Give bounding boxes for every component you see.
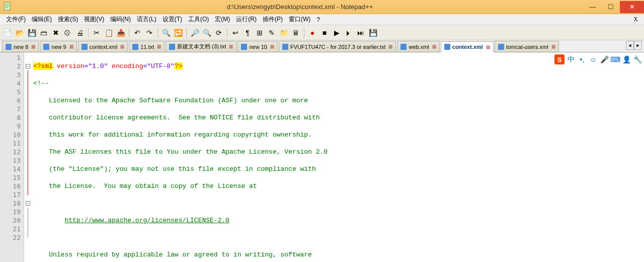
tab-new-8[interactable]: new 8⊠ [2, 41, 39, 52]
ime-toolbar: S 中 •, ☺ 🎤 ⌨ 👤 🔧 [554, 54, 642, 64]
tab-close-icon[interactable]: ⊠ [432, 44, 436, 49]
close-button[interactable]: ✕ [620, 1, 644, 13]
tab-newdoc-txt[interactable]: 新建文本文档 (3).txt⊠ [166, 41, 236, 52]
fold-column: − − [24, 52, 31, 262]
print-icon[interactable]: 🖨 [74, 27, 86, 38]
minimize-button[interactable]: — [584, 1, 602, 13]
tab-new-9[interactable]: new 9⊠ [40, 41, 76, 52]
macro-run-icon[interactable]: ⏵ [343, 27, 354, 38]
redo-icon[interactable]: ↷ [144, 27, 155, 38]
tab-context-active[interactable]: context.xml⊠ [441, 41, 494, 52]
macro-play-icon[interactable]: ▶ [331, 27, 342, 38]
show-all-icon[interactable]: ¶ [242, 27, 253, 38]
undo-icon[interactable]: ↶ [132, 27, 143, 38]
open-file-icon[interactable]: 📂 [14, 27, 25, 38]
doc-icon [132, 44, 138, 50]
tab-scroll-left-button[interactable]: ◄ [626, 41, 634, 50]
paste-icon[interactable]: 📥 [115, 27, 126, 38]
zoom-in-icon[interactable]: 🔎 [189, 27, 200, 38]
tab-tomcat-users[interactable]: tomcat-users.xml⊠ [495, 41, 559, 52]
tab-close-icon[interactable]: ⊠ [388, 44, 392, 49]
fold-toggle-icon[interactable]: − [26, 64, 30, 69]
keyboard-icon[interactable]: ⌨ [611, 55, 620, 64]
menu-macro[interactable]: 宏(M) [212, 14, 233, 25]
cn-input-icon[interactable]: 中 [567, 55, 576, 64]
lang-icon[interactable]: ✎ [266, 27, 277, 38]
document-tabs: new 8⊠ new 9⊠ context.xml⊠ 11.txt⊠ 新建文本文… [0, 40, 644, 52]
menu-encoding[interactable]: 编码(N) [107, 14, 134, 25]
tab-close-icon[interactable]: ⊠ [551, 44, 555, 49]
menu-window[interactable]: 窗口(W) [286, 14, 313, 25]
tab-fvuf-txt[interactable]: FVUF1TU47C - for 2017.3 or earlier.txt⊠ [279, 41, 396, 52]
menu-bar: 文件(F) 编辑(E) 搜索(S) 视图(V) 编码(N) 语言(L) 设置(T… [0, 14, 644, 25]
doc-icon [400, 44, 407, 50]
menu-search[interactable]: 搜索(S) [55, 14, 81, 25]
macro-record-icon[interactable]: ● [307, 27, 318, 38]
settings-icon[interactable]: 🔧 [633, 55, 642, 64]
macro-stop-icon[interactable]: ■ [319, 27, 330, 38]
emoji-icon[interactable]: ☺ [589, 55, 598, 64]
editor-area: 12345678910111213141516171819202122 − − … [0, 52, 644, 262]
doc-icon [282, 44, 288, 50]
doc-icon [241, 44, 247, 50]
folder-doc-icon[interactable]: 📁 [278, 27, 289, 38]
user-icon[interactable]: 👤 [622, 55, 631, 64]
doc-icon [444, 44, 450, 50]
tab-scroll-right-button[interactable]: ► [634, 41, 642, 50]
tab-context-1[interactable]: context.xml⊠ [78, 41, 128, 52]
tab-close-icon[interactable]: ⊠ [31, 44, 35, 49]
menu-edit[interactable]: 编辑(E) [29, 14, 55, 25]
window-title: d:\Users\zengyb\Desktop\context.xml - No… [16, 3, 584, 11]
code-editor[interactable]: <?xml version="1.0" encoding="UTF-8"?> <… [31, 52, 644, 262]
word-wrap-icon[interactable]: ↩ [230, 27, 241, 38]
sync-icon[interactable]: ⟳ [213, 27, 224, 38]
fold-toggle-icon[interactable]: − [26, 201, 30, 206]
monitor-icon[interactable]: 🖥 [290, 27, 301, 38]
tab-close-icon[interactable]: ⊠ [120, 44, 124, 49]
tab-close-icon[interactable]: ⊠ [486, 44, 490, 50]
macro-loop-icon[interactable]: ⏭ [355, 27, 366, 38]
doc-icon [43, 44, 49, 50]
save-file-icon[interactable]: 💾 [26, 27, 37, 38]
menu-run[interactable]: 运行(R) [233, 14, 260, 25]
menubar-close-button[interactable]: X [630, 15, 641, 24]
indent-guide-icon[interactable]: ⊞ [254, 27, 265, 38]
doc-icon [82, 44, 88, 50]
zoom-out-icon[interactable]: 🔍 [201, 27, 212, 38]
cut-icon[interactable]: ✂ [91, 27, 102, 38]
punct-icon[interactable]: •, [578, 55, 587, 64]
macro-save-icon[interactable]: 💾 [367, 27, 378, 38]
toolbar: 📄 📂 💾 🗃 ✖ ⛒ 🖨 ✂ 📋 📥 ↶ ↷ 🔍 🔁 🔎 🔍 ⟳ ↩ ¶ ⊞ … [0, 25, 644, 40]
save-all-icon[interactable]: 🗃 [38, 27, 49, 38]
new-file-icon[interactable]: 📄 [2, 27, 13, 38]
menu-language[interactable]: 语言(L) [134, 14, 159, 25]
menu-view[interactable]: 视图(V) [81, 14, 107, 25]
menu-plugins[interactable]: 插件(P) [260, 14, 286, 25]
tab-web-xml[interactable]: web.xml⊠ [397, 41, 439, 52]
menu-settings[interactable]: 设置(T) [159, 14, 185, 25]
menu-file[interactable]: 文件(F) [3, 14, 29, 25]
close-all-icon[interactable]: ⛒ [62, 27, 73, 38]
doc-icon [169, 44, 175, 50]
line-number-gutter: 12345678910111213141516171819202122 [0, 52, 24, 262]
mic-icon[interactable]: 🎤 [600, 55, 609, 64]
copy-icon[interactable]: 📋 [103, 27, 114, 38]
tab-new-10[interactable]: new 10⊠ [237, 41, 277, 52]
tab-close-icon[interactable]: ⊠ [69, 44, 73, 49]
replace-icon[interactable]: 🔁 [173, 27, 184, 38]
tab-11-txt[interactable]: 11.txt⊠ [129, 41, 165, 52]
window-titlebar: d:\Users\zengyb\Desktop\context.xml - No… [0, 0, 644, 14]
doc-icon [6, 44, 12, 50]
tab-close-icon[interactable]: ⊠ [229, 44, 233, 49]
tab-close-icon[interactable]: ⊠ [157, 44, 161, 49]
menu-help[interactable]: ? [313, 15, 323, 24]
sogou-logo-icon[interactable]: S [554, 54, 565, 64]
tab-close-icon[interactable]: ⊠ [270, 44, 274, 49]
close-file-icon[interactable]: ✖ [50, 27, 61, 38]
find-icon[interactable]: 🔍 [160, 27, 172, 38]
menu-tools[interactable]: 工具(O) [185, 14, 212, 25]
app-icon [3, 2, 13, 12]
doc-icon [498, 44, 504, 50]
maximize-button[interactable]: ☐ [602, 1, 620, 13]
